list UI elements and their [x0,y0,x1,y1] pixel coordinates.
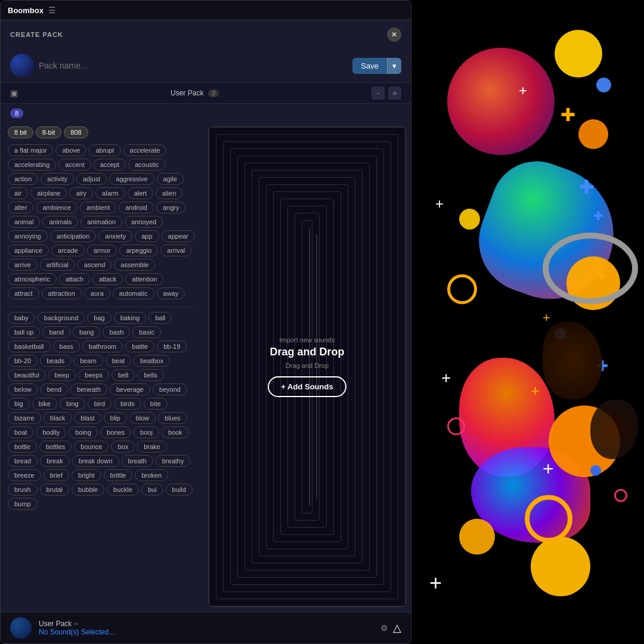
tag-chip[interactable]: ambient [80,202,116,213]
close-button[interactable]: ✕ [387,27,401,42]
tag-chip[interactable]: blow [129,412,156,424]
tag-chip[interactable]: beeps [78,369,109,381]
pack-name-input[interactable] [39,61,348,70]
tag-chip[interactable]: battle [125,340,154,352]
tag-chip[interactable]: beep [48,369,76,381]
tag-chip[interactable]: arrive [8,259,38,271]
tag-chip[interactable]: armor [87,244,117,256]
tag-chip[interactable]: ambience [36,202,78,213]
tag-chip[interactable]: bells [137,369,164,381]
tag-chip[interactable]: bang [73,326,100,338]
tag-chip[interactable]: activity [41,173,74,185]
tag-chip[interactable]: animals [42,216,78,228]
add-pack-button[interactable]: + [388,86,401,100]
tag-chip[interactable]: box [111,441,135,453]
tag-chip[interactable]: big [8,398,30,410]
tag-chip[interactable]: book [162,426,189,438]
save-dropdown-button[interactable]: ▾ [387,58,401,74]
tag-chip[interactable]: bounce [74,441,109,453]
tag-chip[interactable]: airplane [30,187,67,199]
sidebar-toggle-icon[interactable]: ▣ [10,88,18,98]
tag-chip[interactable]: bird [88,398,112,410]
tag-chip[interactable]: bottle [8,441,37,453]
tag-chip[interactable]: breath [122,455,153,467]
tag-chip[interactable]: attract [8,287,39,299]
remove-pack-button[interactable]: - [371,86,385,100]
tag-chip[interactable]: attach [59,273,90,285]
tag-chip[interactable]: aggressive [109,173,154,185]
tag-chip[interactable]: aura [84,287,110,299]
tag-chip[interactable]: bb-19 [157,340,187,352]
tag-chip[interactable]: bathroom [82,340,123,352]
add-sounds-button[interactable]: + Add Sounds [268,376,346,397]
tag-chip[interactable]: alarm [95,187,125,199]
tag-chip[interactable]: brutal [40,484,70,496]
tag-chip[interactable]: beat [106,355,131,367]
tag-chip[interactable]: break [40,455,70,467]
tag-chip[interactable]: beam [73,355,103,367]
tag-chip[interactable]: brush [8,484,38,496]
tag-chip[interactable]: brake [137,441,167,453]
tag-chip[interactable]: alien [156,187,182,199]
tag-chip[interactable]: bass [53,340,80,352]
tag-chip[interactable]: appear [162,230,195,242]
tag-chip[interactable]: bike [32,398,57,410]
drop-zone[interactable]: Import new sounds Drag and Drop Drag and… [208,126,406,607]
tag-chip[interactable]: automatic [113,287,154,299]
tag-chip[interactable]: accelerate [123,144,167,156]
tag-chip[interactable]: blast [74,412,101,424]
filter-chip[interactable]: 8-bit [36,126,61,138]
tag-chip[interactable]: beads [40,355,71,367]
tag-chip[interactable]: away [157,287,185,299]
tag-chip[interactable]: ascend [78,259,112,271]
filter-chip[interactable]: 808 [64,126,88,138]
tag-chip[interactable]: anxiety [98,230,132,242]
settings-icon[interactable]: ⚙ [380,623,388,633]
tag-chip[interactable]: app [135,230,159,242]
tag-chip[interactable]: background [38,312,85,324]
tag-chip[interactable]: buckle [107,484,139,496]
tag-chip[interactable]: adjust [76,173,107,185]
tag-chip[interactable]: bell [112,369,135,381]
tag-chip[interactable]: baby [8,312,35,324]
tag-chip[interactable]: band [42,326,70,338]
tag-chip[interactable]: bag [87,312,111,324]
tag-chip[interactable]: beatbox [134,355,170,367]
triangle-icon[interactable]: △ [393,621,401,634]
tag-chip[interactable]: beyond [153,383,187,395]
tag-chip[interactable]: basic [132,326,161,338]
tag-chip[interactable]: alter [8,202,33,213]
tag-chip[interactable]: abrupt [89,144,120,156]
tag-chip[interactable]: air [8,187,28,199]
tag-chip[interactable]: assemble [114,259,155,271]
tag-chip[interactable]: black [44,412,72,424]
tag-chip[interactable]: animation [80,216,122,228]
tag-chip[interactable]: bottles [39,441,72,453]
tag-chip[interactable]: below [8,383,38,395]
tag-chip[interactable]: bite [144,398,168,410]
tag-chip[interactable]: basketball [8,340,51,352]
tag-chip[interactable]: bend [41,383,68,395]
tag-chip[interactable]: angry [156,202,186,213]
tag-chip[interactable]: bui [141,484,163,496]
save-button[interactable]: Save [352,58,387,74]
tag-chip[interactable]: above [55,144,86,156]
tag-chip[interactable]: attention [125,273,163,285]
tag-chip[interactable]: annoyed [125,216,163,228]
tag-chip[interactable]: arrival [160,244,191,256]
tag-chip[interactable]: agile [157,173,184,185]
tag-chip[interactable]: acoustic [128,159,165,171]
tag-chip[interactable]: brief [44,469,69,481]
tag-chip[interactable]: accelerating [8,159,56,171]
tag-chip[interactable]: a flat major [8,144,53,156]
menu-icon[interactable]: ☰ [48,5,56,15]
tag-chip[interactable]: annoying [8,230,48,242]
tag-chip[interactable]: boing [69,426,98,438]
tag-chip[interactable]: accent [58,159,91,171]
tag-chip[interactable]: animal [8,216,40,228]
filter-chip[interactable]: 8 bit [8,126,33,138]
tag-chip[interactable]: bing [60,398,85,410]
tag-chip[interactable]: bb-20 [8,355,38,367]
tag-chip[interactable]: blues [158,412,187,424]
tag-chip[interactable]: bright [72,469,101,481]
